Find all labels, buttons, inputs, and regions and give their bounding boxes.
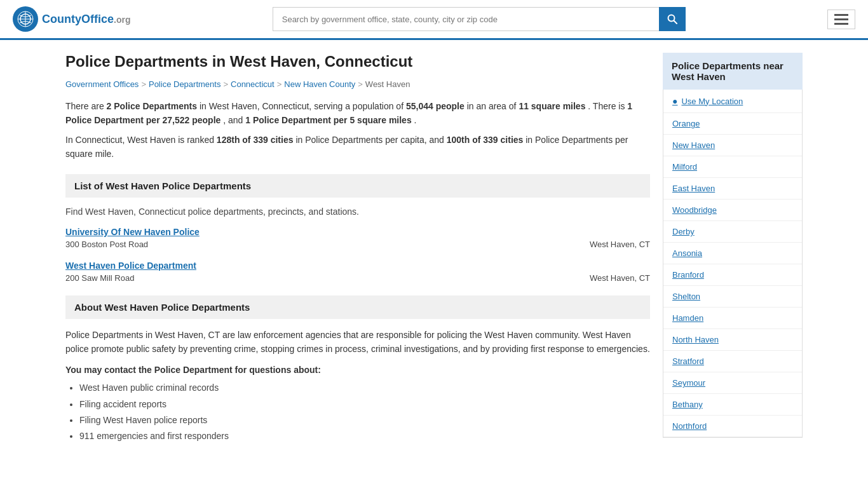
sidebar-link-northford[interactable]: Northford — [663, 416, 802, 437]
contact-list: West Haven public criminal records Filin… — [79, 380, 650, 444]
site-header: CountyOffice.org — [0, 0, 868, 40]
location-pin-icon: ● — [672, 96, 677, 106]
sidebar-link-milford[interactable]: Milford — [663, 156, 802, 178]
list-item: West Haven Police Department 200 Saw Mil… — [65, 261, 650, 283]
item-city-2: West Haven, CT — [590, 273, 650, 283]
info-ranking: In Connecticut, West Haven is ranked — [65, 135, 217, 145]
sidebar-link-north-haven[interactable]: North Haven — [663, 329, 802, 351]
item-details-2: 200 Saw Mill Road West Haven, CT — [65, 271, 650, 283]
logo-icon — [13, 6, 38, 32]
sidebar-link-east-haven[interactable]: East Haven — [663, 178, 802, 200]
menu-bar-2 — [834, 18, 848, 20]
info-text5: . — [414, 115, 417, 125]
sidebar-link-branford[interactable]: Branford — [663, 264, 802, 286]
info-rank2: 100th of 339 cities — [447, 135, 524, 145]
sidebar-header: Police Departments near West Haven — [663, 53, 803, 90]
info-rank1: 128th of 339 cities — [217, 135, 294, 145]
contact-header: You may contact the Police Department fo… — [65, 365, 650, 375]
sidebar-link-stratford[interactable]: Stratford — [663, 351, 802, 372]
sidebar-link-derby[interactable]: Derby — [663, 221, 802, 243]
use-location-label: Use My Location — [681, 97, 743, 106]
list-item: University Of New Haven Police 300 Bosto… — [65, 227, 650, 249]
info-area: 11 square miles — [519, 101, 585, 111]
sidebar: Police Departments near West Haven ● Use… — [663, 53, 803, 444]
sidebar-content: ● Use My Location Orange New Haven Milfo… — [663, 90, 803, 438]
item-address-2: 200 Saw Mill Road — [65, 273, 134, 283]
use-my-location[interactable]: ● Use My Location — [663, 90, 802, 113]
item-city-1: West Haven, CT — [590, 240, 650, 249]
sidebar-link-hamden[interactable]: Hamden — [663, 308, 802, 329]
sidebar-link-woodbridge[interactable]: Woodbridge — [663, 200, 802, 221]
info-per-sqmi: 1 Police Department per 5 square miles — [245, 115, 411, 125]
sidebar-link-bethany[interactable]: Bethany — [663, 394, 802, 416]
breadcrumb-sep-2: > — [223, 79, 228, 89]
contact-item-4: 911 emergencies and first responders — [79, 428, 650, 444]
list-items: University Of New Haven Police 300 Bosto… — [65, 227, 650, 283]
breadcrumb-new-haven-county[interactable]: New Haven County — [284, 79, 355, 89]
info-count: 2 Police Departments — [107, 101, 197, 111]
logo-text: CountyOffice.org — [42, 13, 130, 26]
breadcrumb-connecticut[interactable]: Connecticut — [231, 79, 275, 89]
info-text: There are 2 Police Departments in West H… — [65, 99, 650, 161]
info-text3: . There is — [588, 101, 627, 111]
page-title: Police Departments in West Haven, Connec… — [65, 53, 650, 71]
info-population: 55,044 people — [406, 101, 465, 111]
sidebar-link-seymour[interactable]: Seymour — [663, 372, 802, 394]
breadcrumb-sep-4: > — [358, 79, 363, 89]
contact-item-3: Filing West Haven police reports — [79, 412, 650, 428]
item-name-2[interactable]: West Haven Police Department — [65, 261, 196, 271]
item-name-1[interactable]: University Of New Haven Police — [65, 227, 200, 237]
breadcrumb: Government Offices > Police Departments … — [65, 79, 650, 89]
sidebar-link-new-haven[interactable]: New Haven — [663, 135, 802, 156]
logo[interactable]: CountyOffice.org — [13, 6, 130, 32]
info-rank1-text: in Police Departments per capita, and — [295, 135, 446, 145]
breadcrumb-sep-1: > — [141, 79, 146, 89]
contact-item-2: Filing accident reports — [79, 396, 650, 412]
info-intro: There are — [65, 101, 107, 111]
sidebar-link-orange[interactable]: Orange — [663, 113, 802, 135]
menu-bar-1 — [834, 14, 848, 16]
menu-bar-3 — [834, 23, 848, 25]
content-area: Police Departments in West Haven, Connec… — [65, 53, 650, 444]
search-input[interactable] — [273, 7, 659, 31]
main-container: Police Departments in West Haven, Connec… — [53, 40, 815, 457]
contact-item-1: West Haven public criminal records — [79, 380, 650, 396]
item-details-1: 300 Boston Post Road West Haven, CT — [65, 237, 650, 249]
list-section-header: List of West Haven Police Departments — [65, 174, 650, 198]
list-section-subtext: Find West Haven, Connecticut police depa… — [65, 207, 650, 217]
menu-button[interactable] — [827, 10, 855, 29]
svg-line-5 — [674, 21, 677, 24]
breadcrumb-sep-3: > — [277, 79, 282, 89]
info-text4: , and — [223, 115, 245, 125]
breadcrumb-west-haven: West Haven — [365, 79, 410, 89]
info-text1: in West Haven, Connecticut, serving a po… — [200, 101, 406, 111]
breadcrumb-police-departments[interactable]: Police Departments — [149, 79, 220, 89]
search-button[interactable] — [659, 7, 686, 31]
sidebar-link-shelton[interactable]: Shelton — [663, 286, 802, 308]
about-section-header: About West Haven Police Departments — [65, 295, 650, 319]
about-text: Police Departments in West Haven, CT are… — [65, 328, 650, 356]
search-icon — [667, 14, 677, 24]
sidebar-link-ansonia[interactable]: Ansonia — [663, 243, 802, 264]
search-area — [273, 7, 686, 31]
item-address-1: 300 Boston Post Road — [65, 240, 148, 249]
info-text2: in an area of — [467, 101, 519, 111]
breadcrumb-government-offices[interactable]: Government Offices — [65, 79, 139, 89]
